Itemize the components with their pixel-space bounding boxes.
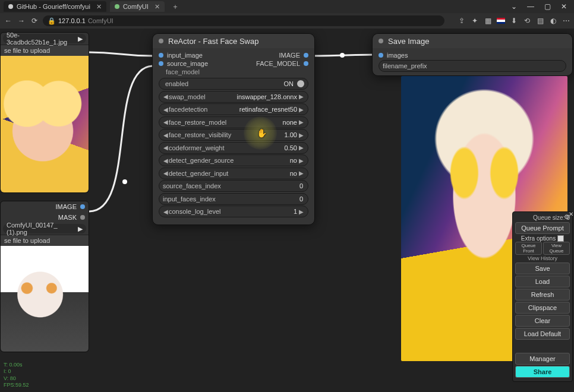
window-maximize[interactable]: ▢ bbox=[541, 2, 554, 11]
person-icon[interactable]: ◐ bbox=[549, 17, 557, 25]
chevron-left-icon[interactable]: ◀ bbox=[163, 157, 169, 164]
node-title: ReActor - Fast Face Swap bbox=[168, 37, 258, 46]
output-port[interactable] bbox=[80, 204, 85, 209]
extra-options-checkbox[interactable]: Extra options bbox=[515, 235, 570, 242]
param-enabled[interactable]: enabledON bbox=[159, 78, 308, 90]
param-detect_gender_source[interactable]: ◀detect_gender_sourceno▶ bbox=[159, 154, 308, 166]
param-face_restore_visibility[interactable]: ◀face_restore_visibility1.00▶ bbox=[159, 129, 308, 141]
load-image-node-2[interactable]: IMAGE MASK ComfyUI_00147_ (1).png ▶ se f… bbox=[0, 201, 89, 352]
nav-reload[interactable]: ⟳ bbox=[30, 16, 39, 26]
url-field[interactable]: 🔒 127.0.0.1 ComfyUI bbox=[43, 15, 444, 26]
param-label: enabled bbox=[165, 80, 188, 87]
chevron-right-icon[interactable]: ▶ bbox=[298, 208, 304, 215]
close-icon[interactable]: ✕ bbox=[154, 3, 160, 11]
play-icon[interactable]: ▶ bbox=[78, 35, 83, 43]
reactor-node[interactable]: ReActor - Fast Face Swap input_image IMA… bbox=[152, 33, 315, 225]
upload-button[interactable]: se file to upload bbox=[1, 235, 89, 246]
browser-tab[interactable]: GitHub - Gourieff/comfyui ✕ bbox=[4, 1, 106, 12]
save-image-node[interactable]: Save Image images filename_prefix bbox=[372, 33, 573, 76]
chevron-right-icon[interactable]: ▶ bbox=[298, 170, 304, 176]
clipspace-button[interactable]: Clipspace bbox=[515, 302, 570, 314]
output-label: IMAGE bbox=[56, 203, 77, 210]
share-icon[interactable]: ⇪ bbox=[458, 17, 466, 25]
param-console_log_level[interactable]: ◀console_log_level1▶ bbox=[159, 206, 308, 217]
menu-icon[interactable]: ⋯ bbox=[562, 17, 570, 25]
filename-field[interactable]: ComfyUI_00147_ (1).png ▶ bbox=[3, 224, 86, 233]
filename-prefix-field[interactable]: filename_prefix bbox=[379, 60, 566, 72]
window-minimize[interactable]: — bbox=[524, 2, 537, 11]
share-button[interactable]: Share bbox=[515, 366, 570, 378]
comfy-icon bbox=[115, 4, 119, 9]
close-icon[interactable]: ✕ bbox=[569, 211, 573, 217]
svg-point-0 bbox=[122, 179, 127, 184]
output-label: FACE_MODEL bbox=[256, 60, 300, 67]
load-default-button[interactable]: Load Default bbox=[515, 328, 570, 340]
browser-urlbar: ← → ⟳ 🔒 127.0.0.1 ComfyUI ⇪ ✦ ▦ ⬇ ⟲ ▤ ◐ … bbox=[0, 13, 574, 29]
save-button[interactable]: Save bbox=[515, 263, 570, 274]
chevron-right-icon[interactable]: ▶ bbox=[298, 157, 304, 164]
window-close[interactable]: ✕ bbox=[557, 2, 570, 11]
chevron-left-icon[interactable]: ◀ bbox=[163, 93, 169, 100]
nav-forward[interactable]: → bbox=[17, 16, 26, 26]
output-port[interactable]: FACE_MODEL bbox=[256, 60, 308, 67]
load-image-node-1[interactable]: 50e-3cadbdc52b1e_1.jpg ▶ se file to uplo… bbox=[0, 32, 89, 193]
nav-back[interactable]: ← bbox=[4, 16, 13, 26]
checkbox-icon[interactable] bbox=[557, 235, 564, 242]
chevron-left-icon[interactable]: ◀ bbox=[163, 132, 169, 138]
param-label: facedetection bbox=[169, 106, 207, 113]
chevron-right-icon[interactable]: ▶ bbox=[298, 144, 304, 151]
output-port[interactable] bbox=[80, 215, 85, 220]
toggle-switch[interactable] bbox=[297, 80, 304, 87]
note-icon[interactable]: ▤ bbox=[536, 17, 544, 25]
node-header[interactable]: Save Image bbox=[373, 34, 572, 48]
output-label: IMAGE bbox=[279, 52, 300, 59]
param-codeformer_weight[interactable]: ◀codeformer_weight0.50▶ bbox=[159, 142, 308, 154]
chevron-right-icon[interactable]: ▶ bbox=[298, 93, 304, 100]
param-value: 1.00 bbox=[285, 131, 298, 138]
chevron-left-icon[interactable]: ◀ bbox=[163, 144, 169, 151]
input-port[interactable]: source_image bbox=[159, 60, 208, 67]
play-icon[interactable]: ▶ bbox=[78, 225, 83, 233]
view-history-button[interactable]: View History bbox=[515, 255, 570, 261]
manager-button[interactable]: Manager bbox=[515, 353, 570, 365]
control-panel[interactable]: ⚙ ✕ Queue size: 0 Queue Prompt Extra opt… bbox=[512, 211, 573, 382]
input-label: face_model bbox=[166, 68, 308, 75]
queue-front-button[interactable]: Queue Front bbox=[515, 242, 542, 255]
refresh-button[interactable]: Refresh bbox=[515, 289, 570, 301]
flag-icon[interactable] bbox=[497, 17, 505, 25]
param-value: 0 bbox=[299, 182, 304, 189]
grid-icon[interactable]: ▦ bbox=[484, 17, 492, 25]
browser-tab[interactable]: ComfyUI ✕ bbox=[110, 1, 165, 12]
param-detect_gender_input[interactable]: ◀detect_gender_inputno▶ bbox=[159, 167, 308, 179]
param-source_faces_index[interactable]: source_faces_index0 bbox=[159, 180, 308, 192]
param-facedetection[interactable]: ◀facedetectionretinaface_resnet50▶ bbox=[159, 103, 308, 115]
chevron-left-icon[interactable]: ◀ bbox=[163, 208, 169, 215]
param-value: no bbox=[290, 170, 298, 177]
chevron-left-icon[interactable]: ◀ bbox=[163, 119, 169, 125]
view-queue-button[interactable]: View Queue bbox=[543, 242, 570, 255]
node-header[interactable]: ReActor - Fast Face Swap bbox=[153, 34, 314, 48]
clear-button[interactable]: Clear bbox=[515, 315, 570, 327]
puzzle-icon[interactable]: ✦ bbox=[471, 17, 479, 25]
download-icon[interactable]: ⬇ bbox=[510, 17, 518, 25]
filename-field[interactable]: 50e-3cadbdc52b1e_1.jpg ▶ bbox=[3, 34, 86, 43]
chevron-right-icon[interactable]: ▶ bbox=[298, 119, 304, 125]
chevron-right-icon[interactable]: ▶ bbox=[298, 106, 304, 113]
chevron-right-icon[interactable]: ▶ bbox=[298, 132, 304, 138]
param-face_restore_model[interactable]: ◀face_restore_modelnone▶ bbox=[159, 116, 308, 128]
close-icon[interactable]: ✕ bbox=[96, 3, 102, 11]
window-chevron[interactable]: ⌄ bbox=[507, 2, 521, 11]
output-port[interactable]: IMAGE bbox=[279, 52, 308, 59]
upload-button[interactable]: se file to upload bbox=[1, 45, 89, 56]
chevron-left-icon[interactable]: ◀ bbox=[163, 170, 169, 176]
input-port[interactable]: input_image bbox=[159, 52, 203, 59]
refresh-icon[interactable]: ⟲ bbox=[523, 17, 531, 25]
input-port[interactable]: images bbox=[379, 52, 408, 59]
queue-prompt-button[interactable]: Queue Prompt bbox=[515, 222, 570, 234]
param-swap_model[interactable]: ◀swap_modelinswapper_128.onnx▶ bbox=[159, 91, 308, 103]
chevron-left-icon[interactable]: ◀ bbox=[163, 106, 169, 113]
load-button[interactable]: Load bbox=[515, 276, 570, 287]
new-tab-button[interactable]: ＋ bbox=[168, 2, 182, 12]
graph-canvas[interactable]: 50e-3cadbdc52b1e_1.jpg ▶ se file to uplo… bbox=[0, 29, 574, 392]
param-input_faces_index[interactable]: input_faces_index0 bbox=[159, 193, 308, 205]
